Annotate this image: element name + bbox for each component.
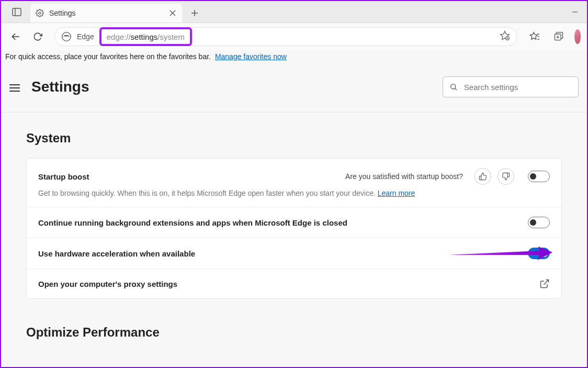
- svg-line-23: [544, 280, 548, 285]
- setting-row-background-apps: Continue running background extensions a…: [27, 207, 561, 238]
- url-highlight-annotation: edge:// settings / system: [99, 27, 192, 46]
- plus-icon: [191, 9, 198, 17]
- setting-title: Use hardware acceleration when available: [38, 249, 195, 258]
- section-title-system: System: [26, 131, 562, 146]
- collections-button[interactable]: [549, 27, 568, 46]
- setting-row-hardware-accel: Use hardware acceleration when available: [27, 238, 561, 269]
- section-title-optimize: Optimize Performance: [26, 325, 562, 340]
- settings-search-box[interactable]: [443, 76, 579, 97]
- svg-line-22: [455, 88, 457, 90]
- thumbs-down-button[interactable]: [497, 168, 514, 185]
- svg-point-2: [39, 12, 41, 14]
- add-favorite-button[interactable]: [500, 30, 510, 43]
- svg-rect-0: [13, 8, 21, 16]
- system-settings-card: Startup boost Are you satisfied with sta…: [26, 158, 562, 299]
- hardware-accel-toggle[interactable]: [528, 248, 550, 259]
- tab-bar: Settings: [1, 1, 587, 23]
- profile-button[interactable]: [574, 29, 581, 44]
- setting-title: Open your computer's proxy settings: [38, 280, 177, 288]
- new-tab-button[interactable]: [185, 4, 204, 23]
- manage-favorites-link[interactable]: Manage favorites now: [215, 52, 287, 61]
- search-icon: [449, 82, 458, 92]
- tab-close-button[interactable]: [168, 10, 177, 16]
- side-panel-button[interactable]: [9, 5, 24, 19]
- settings-search-input[interactable]: [464, 83, 572, 92]
- learn-more-link[interactable]: Learn more: [378, 189, 415, 197]
- browser-toolbar: Edge edge:// settings / system: [1, 23, 587, 50]
- browser-tab[interactable]: Settings: [30, 4, 182, 23]
- window-controls: [563, 2, 587, 23]
- settings-content: System Startup boost Are you satisfied w…: [1, 113, 587, 365]
- setting-title: Startup boost: [38, 172, 89, 181]
- favorites-bar-message: For quick access, place your favorites h…: [1, 50, 587, 66]
- svg-point-9: [62, 32, 71, 41]
- back-arrow-icon: [10, 31, 21, 42]
- star-lines-icon: [529, 31, 540, 42]
- minimize-icon: [572, 9, 578, 15]
- settings-header: Settings: [1, 66, 587, 113]
- feedback-question: Are you satisfied with startup boost?: [345, 172, 463, 181]
- tab-title: Settings: [49, 9, 163, 17]
- setting-description: Get to browsing quickly. When this is on…: [38, 189, 550, 197]
- svg-marker-14: [530, 32, 537, 39]
- startup-boost-toggle[interactable]: [528, 171, 550, 182]
- thumbs-up-button[interactable]: [474, 168, 491, 185]
- thumbs-up-icon: [479, 172, 487, 181]
- close-icon: [169, 10, 176, 16]
- refresh-button[interactable]: [29, 28, 46, 45]
- setting-row-proxy[interactable]: Open your computer's proxy settings: [27, 269, 561, 298]
- settings-menu-button[interactable]: [9, 84, 22, 92]
- page-title: Settings: [31, 79, 89, 95]
- edge-badge: Edge: [77, 32, 94, 41]
- refresh-icon: [33, 32, 42, 41]
- thumbs-down-icon: [502, 172, 510, 181]
- external-link-icon: [539, 278, 550, 289]
- window-minimize-button[interactable]: [563, 2, 587, 23]
- setting-row-startup-boost: Startup boost Are you satisfied with sta…: [27, 159, 561, 207]
- star-plus-icon: [500, 30, 510, 41]
- background-apps-toggle[interactable]: [528, 217, 550, 228]
- setting-title: Continue running background extensions a…: [38, 218, 347, 227]
- url-segment-settings: settings: [131, 32, 158, 41]
- gear-icon: [36, 9, 44, 17]
- collections-icon: [553, 31, 564, 42]
- url-protocol: edge://: [107, 32, 131, 41]
- svg-point-21: [451, 84, 456, 89]
- favorites-bar-text: For quick access, place your favorites h…: [5, 52, 211, 61]
- edge-logo-icon: [61, 31, 72, 42]
- favorites-button[interactable]: [525, 27, 544, 46]
- back-button[interactable]: [7, 28, 24, 45]
- url-segment-system: system: [160, 32, 185, 41]
- address-bar[interactable]: Edge edge:// settings / system: [54, 27, 517, 46]
